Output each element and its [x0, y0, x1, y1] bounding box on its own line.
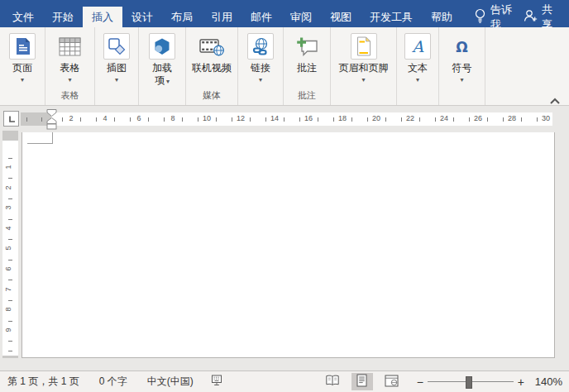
comment-icon	[294, 33, 320, 60]
ruler-number: 8	[4, 308, 12, 312]
page-number-status[interactable]: 第 1 页，共 1 页	[7, 375, 79, 389]
ruler-number: 5	[4, 246, 12, 251]
input-method-indicator[interactable]	[210, 375, 223, 389]
ruler-tick	[216, 117, 217, 122]
ruler-tick	[8, 158, 12, 159]
ruler-tick	[8, 219, 12, 220]
ribbon-button-online-video[interactable]: 联机视频媒体	[186, 27, 238, 105]
zoom-slider[interactable]	[428, 375, 514, 388]
tab-stop-selector[interactable]	[3, 111, 19, 127]
text-icon: A	[404, 33, 431, 60]
ruler-tick	[130, 117, 131, 122]
ruler-tick	[503, 117, 504, 122]
ruler-tick	[8, 239, 12, 240]
tab-home[interactable]: 开始	[43, 7, 83, 27]
ruler-tick	[148, 117, 149, 122]
ruler-number: 7	[4, 287, 12, 291]
ruler-number: 14	[270, 114, 279, 122]
ruler-tick	[453, 117, 454, 122]
ruler-number: 20	[372, 114, 380, 122]
ruler-tick	[318, 117, 318, 122]
word-count-status[interactable]: 0 个字	[99, 375, 127, 389]
ruler-tick	[537, 117, 538, 122]
ribbon-button-label: 加载项▾	[152, 62, 172, 88]
tab-references[interactable]: 引用	[202, 7, 241, 27]
dropdown-arrow-icon: ▾	[460, 77, 463, 84]
ruler-tick	[419, 117, 420, 122]
tab-file[interactable]: 文件	[3, 7, 43, 27]
tab-layout[interactable]: 布局	[162, 7, 202, 27]
ribbon-button-comment[interactable]: 批注批注	[284, 27, 331, 105]
tab-view[interactable]: 视图	[321, 7, 361, 27]
ribbon-button-add-ins[interactable]: 加载项▾	[139, 27, 186, 105]
share-button[interactable]: 共享	[519, 7, 561, 27]
text-boundary-crop-mark	[27, 143, 53, 144]
ruler-number: 6	[136, 114, 141, 122]
ruler-number: 6	[4, 266, 12, 270]
read-mode-button[interactable]	[322, 373, 343, 390]
ruler-number: 4	[103, 114, 107, 122]
language-status[interactable]: 中文(中国)	[147, 375, 194, 389]
zoom-slider-thumb[interactable]	[466, 376, 472, 389]
indent-markers[interactable]	[46, 109, 57, 133]
horizontal-ruler[interactable]: 24681012141618202224262830	[21, 112, 552, 126]
ruler-tick	[96, 117, 97, 122]
pages-icon	[9, 33, 36, 60]
ribbon-button-text[interactable]: A文本▾	[397, 27, 439, 105]
tab-help[interactable]: 帮助	[422, 7, 461, 27]
header-footer-icon	[351, 33, 377, 60]
tab-mailings[interactable]: 邮件	[241, 7, 281, 27]
ribbon-button-label: 符号	[452, 62, 472, 74]
zoom-out-button[interactable]: −	[414, 375, 426, 389]
ruler-tick	[80, 117, 81, 122]
ribbon-button-symbols[interactable]: Ω符号▾	[439, 27, 485, 105]
ruler-number: 10	[203, 114, 211, 122]
collapse-ribbon-button[interactable]	[549, 93, 561, 101]
ribbon-button-header-footer[interactable]: 页眉和页脚▾	[331, 27, 397, 105]
ruler-number: 9	[4, 327, 12, 332]
ruler-number: 1	[4, 165, 12, 169]
vertical-ruler[interactable]: 123456789	[2, 131, 18, 358]
ruler-tick	[299, 117, 300, 122]
ribbon-button-pages[interactable]: 页面▾	[0, 27, 45, 105]
document-page[interactable]	[22, 132, 555, 358]
ruler-tick	[521, 117, 522, 122]
tab-developer[interactable]: 开发工具	[361, 7, 422, 27]
ruler-tick	[182, 117, 183, 122]
dropdown-arrow-icon: ▾	[21, 77, 24, 84]
ruler-tick	[8, 260, 12, 261]
tab-review[interactable]: 审阅	[281, 7, 321, 27]
ruler-tick	[8, 178, 12, 179]
ruler-tick	[367, 117, 368, 122]
links-icon	[247, 33, 274, 60]
ribbon-tab-bar: 文件开始插入设计布局引用邮件审阅视图开发工具帮助 告诉我 共享	[0, 0, 569, 27]
tab-insert[interactable]: 插入	[83, 7, 122, 27]
tell-me-button[interactable]: 告诉我	[470, 7, 519, 27]
ruler-tick	[164, 117, 165, 122]
zoom-in-button[interactable]: +	[515, 375, 527, 389]
print-layout-button[interactable]	[351, 373, 373, 390]
document-workspace: 24681012141618202224262830 123456789	[0, 106, 569, 370]
ruler-tick	[41, 117, 42, 122]
keyboard-icon	[210, 375, 223, 389]
zoom-level[interactable]: 140%	[535, 375, 562, 388]
ruler-number: 24	[440, 114, 448, 122]
ruler-tick	[250, 117, 251, 122]
ruler-tick	[385, 117, 386, 122]
ribbon-button-table[interactable]: 表格▾表格	[45, 27, 95, 105]
dropdown-arrow-icon: ▾	[166, 78, 170, 85]
ribbon-button-label: 页面	[12, 62, 32, 74]
dropdown-arrow-icon: ▾	[361, 77, 365, 84]
ribbon-button-links[interactable]: 链接▾	[238, 27, 284, 105]
ribbon-button-illustrations[interactable]: 插图▾	[95, 27, 139, 105]
ruler-tick	[8, 351, 12, 351]
web-layout-button[interactable]	[381, 373, 403, 390]
ruler-tick	[8, 300, 12, 301]
ruler-tick	[435, 117, 436, 122]
word-window: 文件开始插入设计布局引用邮件审阅视图开发工具帮助 告诉我 共享 页面▾表格▾表格…	[0, 0, 569, 392]
ribbon-button-label: 链接	[251, 62, 270, 74]
ribbon: 页面▾表格▾表格插图▾加载项▾联机视频媒体链接▾批注批注页眉和页脚▾A文本▾Ω符…	[0, 27, 569, 106]
illustrations-icon	[103, 33, 130, 60]
print-layout-icon	[356, 374, 368, 390]
tab-design[interactable]: 设计	[122, 7, 162, 27]
